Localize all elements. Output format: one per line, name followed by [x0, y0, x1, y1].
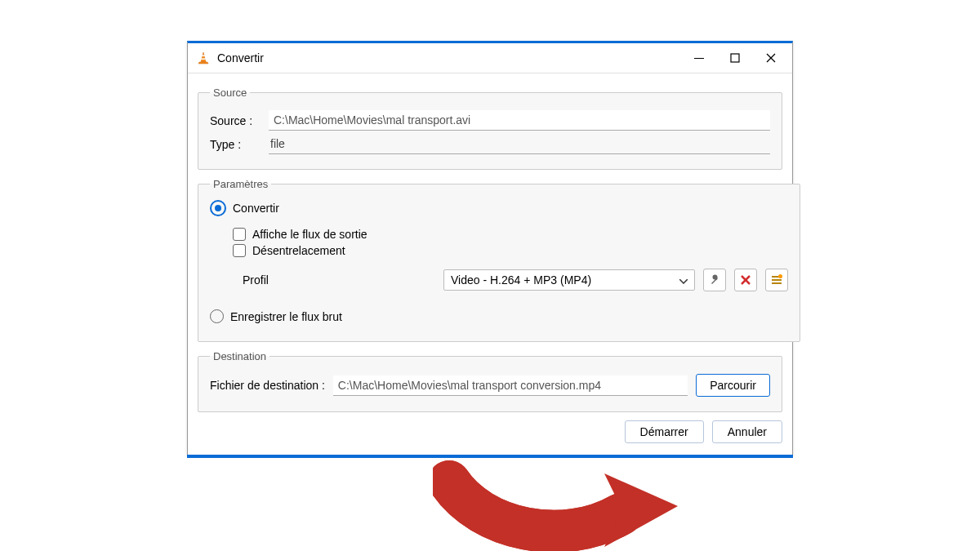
- svg-rect-2: [694, 58, 704, 59]
- vlc-cone-icon: [196, 51, 211, 65]
- raw-radio[interactable]: Enregistrer le flux brut: [210, 309, 342, 323]
- raw-radio-label: Enregistrer le flux brut: [230, 310, 342, 323]
- close-button[interactable]: [753, 46, 789, 70]
- show-output-label: Affiche le flux de sortie: [252, 228, 368, 241]
- x-red-icon: [741, 275, 751, 285]
- annotation-arrow-icon: [433, 449, 694, 551]
- minimize-icon: [694, 53, 704, 63]
- maximize-icon: [730, 53, 740, 63]
- chevron-down-icon: [679, 273, 688, 287]
- destination-group: Destination Fichier de destination : Par…: [198, 350, 782, 412]
- profile-selected-value: Video - H.264 + MP3 (MP4): [451, 273, 591, 287]
- checkbox-unchecked-icon: [233, 244, 246, 257]
- cancel-button[interactable]: Annuler: [712, 420, 782, 443]
- close-icon: [766, 53, 776, 63]
- maximize-button[interactable]: [717, 46, 753, 70]
- titlebar: Convertir: [188, 43, 792, 73]
- dialog-content: Source Source : Type : file Paramètres C…: [188, 73, 792, 455]
- svg-rect-0: [202, 56, 205, 57]
- delete-profile-button[interactable]: [734, 269, 757, 291]
- window-bottom-accent: [187, 455, 793, 458]
- destination-file-input[interactable]: [333, 375, 688, 396]
- radio-unselected-icon: [210, 309, 224, 323]
- params-legend: Paramètres: [210, 178, 271, 190]
- deinterlace-label: Désentrelacement: [252, 244, 345, 257]
- destination-file-label: Fichier de destination :: [210, 379, 325, 392]
- source-path-input[interactable]: [269, 110, 770, 131]
- svg-rect-1: [201, 59, 205, 60]
- source-type-label: Type :: [210, 138, 261, 151]
- profile-select[interactable]: Video - H.264 + MP3 (MP4): [443, 269, 695, 291]
- source-type-value: file: [269, 134, 770, 154]
- deinterlace-checkbox[interactable]: Désentrelacement: [233, 244, 345, 257]
- svg-point-11: [778, 274, 782, 278]
- edit-profile-button[interactable]: [703, 269, 726, 291]
- params-group: Paramètres Convertir Affiche le flux de …: [198, 178, 800, 342]
- source-path-label: Source :: [210, 114, 261, 127]
- dialog-footer: Démarrer Annuler: [198, 420, 782, 443]
- checkbox-unchecked-icon: [233, 228, 246, 241]
- wrench-icon: [709, 274, 720, 286]
- convert-radio-label: Convertir: [233, 202, 279, 215]
- show-output-checkbox[interactable]: Affiche le flux de sortie: [233, 228, 368, 241]
- svg-rect-9: [772, 279, 782, 281]
- start-button[interactable]: Démarrer: [625, 420, 704, 443]
- radio-selected-icon: [210, 200, 226, 216]
- source-group: Source Source : Type : file: [198, 87, 782, 170]
- convert-radio[interactable]: Convertir: [210, 200, 279, 216]
- convert-dialog: Convertir Source Source : Type : file: [187, 41, 793, 455]
- window-title: Convertir: [217, 51, 681, 64]
- svg-rect-3: [731, 54, 739, 62]
- minimize-button[interactable]: [681, 46, 717, 70]
- destination-legend: Destination: [210, 350, 270, 362]
- browse-button[interactable]: Parcourir: [696, 374, 770, 397]
- new-profile-button[interactable]: [765, 269, 788, 291]
- new-list-icon: [771, 274, 782, 286]
- svg-rect-10: [772, 282, 782, 284]
- source-legend: Source: [210, 87, 250, 99]
- profile-label: Profil: [243, 273, 435, 287]
